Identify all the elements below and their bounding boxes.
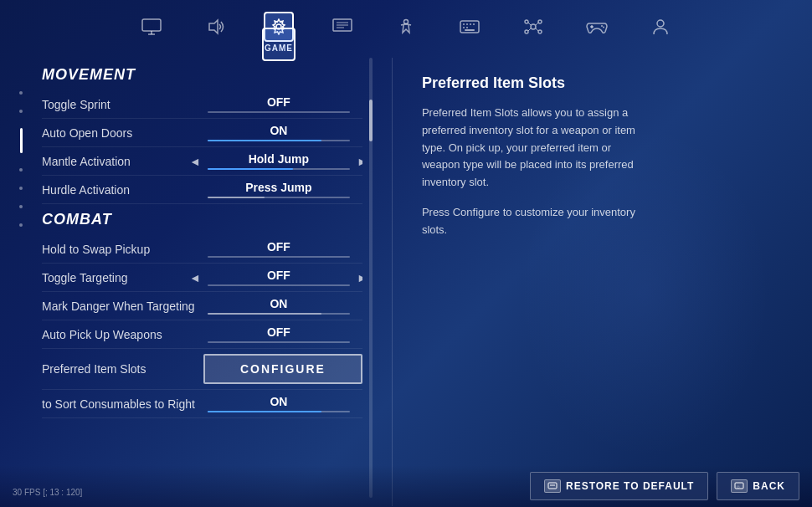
scroll-dot-5 [19, 205, 23, 208]
mantle-right-arrow[interactable]: ► [357, 155, 362, 168]
profile-icon [645, 12, 676, 42]
auto-open-doors-bar-fill [208, 140, 321, 141]
setting-auto-pickup-weapons: Auto Pick Up Weapons OFF [42, 320, 362, 349]
settings-scrollbar[interactable] [362, 58, 379, 498]
svg-marker-3 [209, 20, 218, 33]
main-content: MOVEMENT Toggle Sprint OFF Auto Open Doo… [0, 58, 812, 506]
toggle-sprint-label: Toggle Sprint [42, 98, 195, 111]
scroll-dot-6 [19, 223, 23, 227]
scroll-dot-4 [19, 187, 23, 190]
info-panel-text-2: Press Configure to customize your invent… [422, 204, 648, 239]
svg-rect-0 [142, 19, 161, 31]
setting-preferred-item-slots: Preferred Item Slots CONFIGURE [42, 349, 362, 390]
hold-swap-pickup-label: Hold to Swap Pickup [42, 243, 195, 256]
svg-point-21 [525, 30, 528, 33]
game-gear-icon [264, 12, 294, 42]
setting-hold-swap-pickup: Hold to Swap Pickup OFF [42, 235, 362, 264]
svg-point-18 [531, 24, 536, 29]
preferred-item-slots-label: Preferred Item Slots [42, 362, 203, 376]
scroll-dot-2 [19, 110, 23, 113]
mantle-value-control: Hold Jump [208, 152, 350, 170]
settings-scroll-container: MOVEMENT Toggle Sprint OFF Auto Open Doo… [42, 58, 388, 498]
auto-pickup-bar [208, 341, 350, 343]
combat-section-title: COMBAT [42, 211, 362, 228]
targeting-bar [208, 284, 350, 286]
info-panel-text-1: Preferred Item Slots allows you to assig… [422, 105, 648, 192]
svg-point-19 [525, 20, 528, 23]
nav-display[interactable] [319, 7, 366, 47]
nav-accessibility[interactable] [383, 7, 429, 47]
scroll-dot-3 [19, 168, 23, 172]
back-button[interactable]: ○ BACK [717, 472, 799, 500]
keyboard-icon [455, 12, 485, 42]
svg-line-25 [528, 28, 531, 31]
sort-consumables-bar [208, 411, 350, 412]
controller-icon [582, 12, 612, 42]
hold-swap-pickup-value: OFF [267, 240, 290, 254]
mark-danger-label: Mark Danger When Targeting [42, 300, 195, 313]
configure-button[interactable]: CONFIGURE [203, 354, 362, 384]
auto-pickup-weapons-control[interactable]: OFF [195, 325, 362, 343]
svg-point-30 [603, 27, 604, 28]
toggle-sprint-value: OFF [267, 95, 290, 109]
setting-hurdle-activation: Hurdle Activation Press Jump [42, 176, 362, 204]
scrollbar-track [369, 58, 373, 498]
toggle-targeting-value: OFF [267, 269, 290, 282]
monitor-icon [136, 12, 167, 42]
setting-mantle-activation: Mantle Activation ◄ Hold Jump ► [42, 147, 362, 176]
auto-pickup-weapons-value: OFF [267, 325, 290, 339]
toggle-targeting-label: Toggle Targeting [42, 271, 195, 284]
top-navigation: GAME [0, 0, 812, 58]
hurdle-activation-control[interactable]: Press Jump [195, 181, 362, 198]
sort-consumables-label: to Sort Consumables to Right [42, 397, 195, 411]
toggle-targeting-control[interactable]: ◄ OFF ► [195, 269, 362, 286]
svg-point-4 [276, 24, 281, 29]
hurdle-activation-label: Hurdle Activation [42, 183, 195, 197]
nav-audio[interactable] [192, 7, 239, 47]
auto-open-doors-label: Auto Open Doors [42, 126, 195, 140]
targeting-value-control: OFF [208, 269, 350, 286]
accessibility-icon [391, 12, 421, 42]
nav-game[interactable]: GAME [255, 7, 302, 58]
setting-auto-open-doors: Auto Open Doors ON [42, 119, 362, 147]
hurdle-bar [208, 197, 350, 198]
svg-point-31 [657, 20, 664, 27]
mark-danger-bar-fill [208, 313, 321, 315]
restore-default-button[interactable]: RESTORE TO DEFAULT [530, 472, 708, 500]
settings-list: MOVEMENT Toggle Sprint OFF Auto Open Doo… [42, 58, 362, 498]
auto-open-doors-control[interactable]: ON [195, 124, 362, 141]
mark-danger-value: ON [270, 297, 287, 310]
mantle-left-arrow[interactable]: ◄ [189, 155, 201, 168]
auto-open-doors-bar [208, 140, 350, 141]
toggle-sprint-control[interactable]: OFF [195, 95, 362, 113]
nav-keyboard[interactable] [446, 7, 493, 47]
svg-point-29 [601, 25, 603, 27]
game-label: GAME [265, 44, 293, 53]
nav-controller[interactable] [573, 7, 620, 47]
targeting-right-arrow[interactable]: ► [357, 271, 362, 284]
mark-danger-control[interactable]: ON [195, 297, 362, 315]
toggle-sprint-bar [208, 111, 350, 113]
nav-network[interactable] [510, 7, 557, 47]
svg-line-23 [528, 23, 531, 25]
hold-swap-bar [208, 256, 350, 258]
bottom-bar: 30 FPS [; 13 : 120] RESTORE TO DEFAULT ○… [0, 465, 812, 507]
scroll-dot-1 [19, 91, 23, 95]
setting-toggle-targeting: Toggle Targeting ◄ OFF ► [42, 264, 362, 292]
mantle-activation-label: Mantle Activation [42, 155, 195, 168]
mantle-activation-control[interactable]: ◄ Hold Jump ► [195, 152, 362, 170]
panel-divider [392, 58, 393, 506]
setting-toggle-sprint: Toggle Sprint OFF [42, 90, 362, 119]
svg-point-20 [538, 20, 542, 23]
nav-profile[interactable] [637, 7, 684, 47]
info-panel-title: Preferred Item Slots [422, 74, 648, 92]
network-icon [518, 12, 548, 42]
sort-consumables-control[interactable]: ON [195, 395, 362, 412]
restore-icon [544, 479, 561, 493]
nav-monitor[interactable] [128, 7, 175, 47]
targeting-left-arrow[interactable]: ◄ [189, 271, 201, 284]
mantle-bar [208, 168, 350, 170]
hold-swap-pickup-control[interactable]: OFF [195, 240, 362, 258]
back-icon: ○ [731, 479, 748, 493]
mantle-bar-fill [208, 168, 293, 170]
